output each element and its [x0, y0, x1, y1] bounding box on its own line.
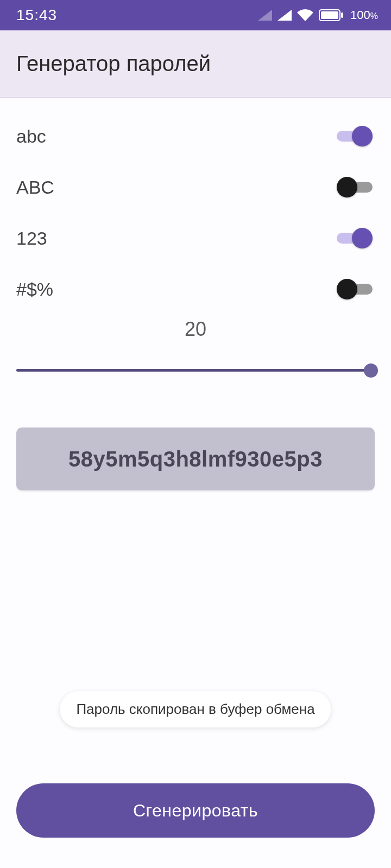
signal-weak-icon — [258, 10, 272, 21]
option-symbols-label: #$% — [16, 279, 53, 300]
password-output[interactable]: 58y5m5q3h8lmf930e5p3 — [16, 427, 375, 490]
toggle-symbols[interactable] — [337, 278, 373, 300]
option-symbols: #$% — [0, 264, 391, 315]
toast-text: Пароль скопирован в буфер обмена — [76, 701, 314, 717]
option-uppercase: ABC — [0, 162, 391, 213]
signal-icon — [278, 10, 292, 21]
option-uppercase-label: ABC — [16, 177, 54, 198]
status-time: 15:43 — [16, 7, 57, 24]
svg-rect-2 — [341, 12, 343, 18]
option-digits: 123 — [0, 213, 391, 264]
length-slider[interactable] — [16, 362, 375, 379]
status-bar: 15:43 100% — [0, 0, 391, 30]
length-value: 20 — [16, 318, 375, 341]
generate-button[interactable]: Сгенерировать — [16, 783, 375, 838]
status-icons: 100% — [258, 8, 378, 22]
main-content: abc ABC 123 #$% 20 58y5m5q3h8lmf930e5p3 — [0, 98, 391, 490]
generate-button-label: Сгенерировать — [133, 801, 258, 821]
svg-rect-1 — [321, 11, 338, 19]
page-title: Генератор паролей — [16, 52, 211, 76]
toggle-lowercase[interactable] — [337, 125, 373, 147]
option-digits-label: 123 — [16, 228, 47, 249]
toggle-digits[interactable] — [337, 227, 373, 249]
password-text: 58y5m5q3h8lmf930e5p3 — [68, 447, 323, 471]
toast-copied: Пароль скопирован в буфер обмена — [60, 691, 331, 727]
wifi-icon — [297, 9, 313, 21]
option-lowercase-label: abc — [16, 126, 46, 147]
option-lowercase: abc — [0, 111, 391, 162]
battery-icon — [319, 9, 344, 21]
app-header: Генератор паролей — [0, 30, 391, 98]
battery-percent: 100% — [350, 8, 378, 22]
slider-thumb[interactable] — [364, 363, 378, 378]
length-block: 20 — [0, 315, 391, 379]
toggle-uppercase[interactable] — [337, 176, 373, 198]
